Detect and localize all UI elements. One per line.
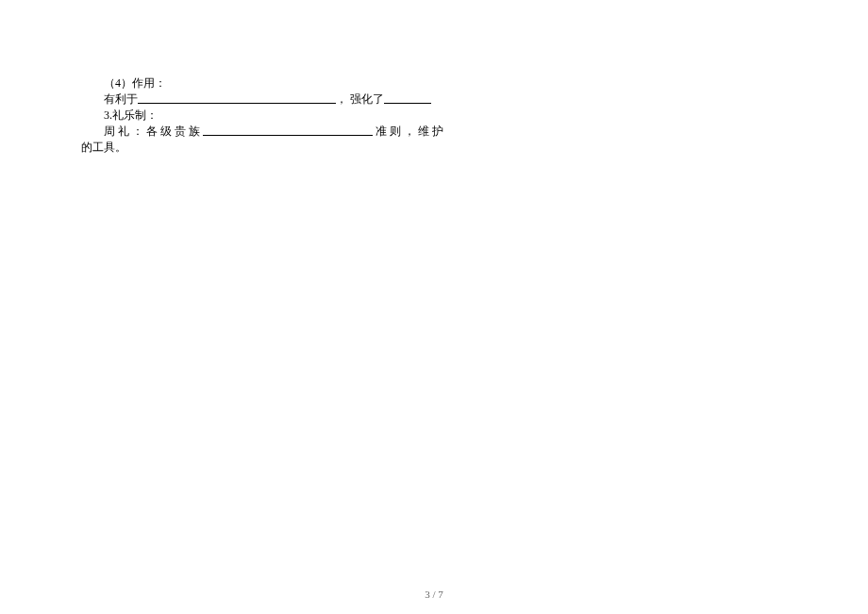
- text-content: 的工具。: [81, 140, 126, 155]
- fill-blank: [138, 92, 336, 104]
- text-line-3: 3.礼乐制：: [104, 108, 774, 123]
- document-page: （4）作用： 有利于， 强化了 3.礼乐制： 周 礼 ： 各 级 贵 族 准 则…: [0, 0, 868, 193]
- text-prefix: 周 礼 ： 各 级 贵 族: [104, 124, 203, 138]
- text-line-1: （4）作用：: [104, 75, 774, 91]
- text-prefix: 有利于: [104, 92, 138, 106]
- text-content: 3.礼乐制：: [104, 108, 158, 122]
- text-line-4: 周 礼 ： 各 级 贵 族 准 则 ， 维 护: [104, 124, 774, 139]
- page-number-text: 3 / 7: [425, 589, 443, 600]
- text-line-2: 有利于， 强化了: [104, 91, 774, 107]
- text-line-5: 的工具。: [104, 140, 774, 155]
- text-suffix: 准 则 ， 维 护: [373, 124, 443, 138]
- fill-blank: [384, 92, 431, 104]
- text-content: （4）作用：: [104, 76, 166, 90]
- page-number: 3 / 7: [0, 589, 868, 600]
- text-mid: ， 强化了: [336, 92, 384, 106]
- fill-blank: [203, 124, 373, 136]
